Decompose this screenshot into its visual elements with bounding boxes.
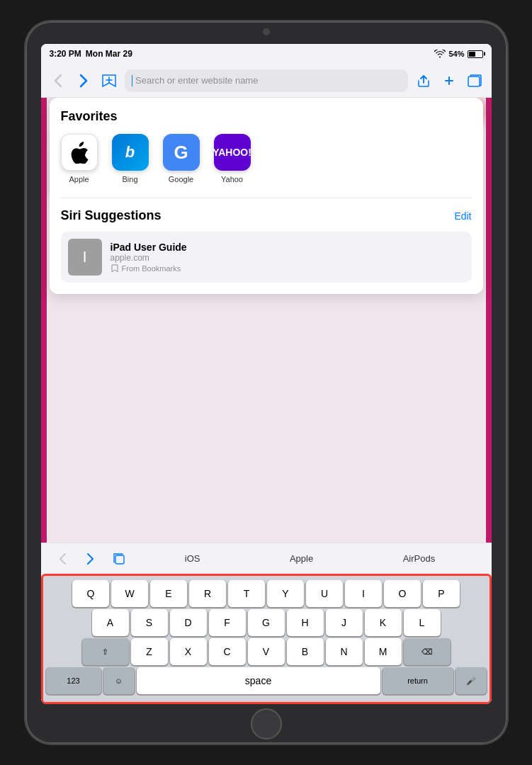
forward-button[interactable] bbox=[74, 71, 94, 91]
keyboard-row-3: ⇧ Z X C V B N M ⌫ bbox=[46, 638, 487, 665]
key-k[interactable]: K bbox=[365, 609, 402, 636]
status-time: 3:20 PM bbox=[50, 49, 81, 59]
cursor bbox=[132, 75, 133, 86]
keyboard: Q W E R T Y U I O P A S D F G H J K bbox=[41, 574, 492, 704]
bing-favicon: b bbox=[112, 134, 149, 171]
svg-rect-0 bbox=[468, 76, 480, 86]
main-content: ☰ iPho… E DAILY TIPS MASTER YOUR… Ad H a… bbox=[41, 98, 492, 543]
yahoo-favicon: YAHOO! bbox=[214, 134, 251, 171]
ipad-device: 3:20 PM Mon Mar 29 54% bbox=[26, 21, 507, 744]
google-label: Google bbox=[169, 175, 193, 183]
key-n[interactable]: N bbox=[326, 638, 363, 665]
toolbar-back-button[interactable] bbox=[52, 549, 72, 569]
favorite-bing[interactable]: b Bing bbox=[112, 134, 149, 183]
battery-percent-label: 54% bbox=[448, 50, 464, 58]
key-a[interactable]: A bbox=[92, 609, 129, 636]
suggestion-airpods[interactable]: AirPods bbox=[403, 553, 436, 564]
keyboard-row-2: A S D F G H J K L bbox=[46, 609, 487, 636]
pink-left-accent bbox=[41, 98, 47, 543]
status-right: 54% bbox=[434, 50, 482, 58]
key-i[interactable]: I bbox=[345, 580, 382, 607]
toolbar-copy-button[interactable] bbox=[109, 549, 129, 569]
siri-suggestions-section: Siri Suggestions Edit I iPad User Guide … bbox=[61, 198, 472, 283]
key-b[interactable]: B bbox=[287, 638, 324, 665]
svg-rect-1 bbox=[115, 555, 124, 564]
key-w[interactable]: W bbox=[111, 580, 148, 607]
key-u[interactable]: U bbox=[306, 580, 343, 607]
edit-button[interactable]: Edit bbox=[454, 210, 471, 222]
address-bar[interactable]: Search or enter website name bbox=[125, 69, 408, 92]
tabs-button[interactable] bbox=[465, 71, 485, 91]
key-p[interactable]: P bbox=[423, 580, 460, 607]
screen: 3:20 PM Mon Mar 29 54% bbox=[41, 44, 492, 704]
shift-key[interactable]: ⇧ bbox=[82, 638, 129, 665]
key-t[interactable]: T bbox=[228, 580, 265, 607]
emoji-key[interactable]: ☺ bbox=[103, 667, 135, 694]
siri-suggestion-item[interactable]: I iPad User Guide apple.com From Bookmar… bbox=[61, 232, 472, 283]
share-button[interactable] bbox=[414, 71, 434, 91]
keyboard-row-1: Q W E R T Y U I O P bbox=[46, 580, 487, 607]
google-letter: G bbox=[174, 142, 188, 164]
key-v[interactable]: V bbox=[248, 638, 285, 665]
key-o[interactable]: O bbox=[384, 580, 421, 607]
keyboard-row-4: 123 ☺ space return 🎤 bbox=[46, 667, 487, 694]
key-f[interactable]: F bbox=[209, 609, 246, 636]
apple-label: Apple bbox=[69, 175, 89, 183]
status-bar: 3:20 PM Mon Mar 29 54% bbox=[41, 44, 492, 64]
key-j[interactable]: J bbox=[326, 609, 363, 636]
bottom-toolbar: iOS Apple AirPods bbox=[41, 543, 492, 574]
battery-tip bbox=[484, 52, 485, 56]
battery-icon bbox=[468, 50, 483, 58]
key-d[interactable]: D bbox=[170, 609, 207, 636]
bookmark-small-icon bbox=[111, 264, 119, 273]
suggestion-ios[interactable]: iOS bbox=[185, 553, 200, 564]
bing-letter: b bbox=[125, 143, 135, 162]
new-tab-button[interactable] bbox=[439, 71, 459, 91]
wifi-icon bbox=[434, 50, 446, 58]
key-r[interactable]: R bbox=[189, 580, 226, 607]
home-button[interactable] bbox=[251, 708, 282, 740]
key-l[interactable]: L bbox=[404, 609, 441, 636]
toolbar-nav bbox=[52, 549, 129, 569]
numbers-key[interactable]: 123 bbox=[46, 667, 101, 694]
siri-title: Siri Suggestions bbox=[61, 208, 162, 223]
suggestion-apple[interactable]: Apple bbox=[290, 553, 313, 564]
battery-fill bbox=[469, 52, 476, 57]
key-c[interactable]: C bbox=[209, 638, 246, 665]
address-placeholder: Search or enter website name bbox=[135, 75, 258, 86]
space-key[interactable]: space bbox=[137, 667, 380, 694]
bookmarks-button[interactable] bbox=[99, 71, 119, 91]
back-button[interactable] bbox=[48, 71, 68, 91]
suggestion-info: iPad User Guide apple.com From Bookmarks bbox=[111, 242, 465, 273]
front-camera bbox=[263, 28, 270, 35]
google-favicon: G bbox=[163, 134, 200, 171]
apple-favicon bbox=[61, 134, 98, 171]
toolbar-forward-button[interactable] bbox=[81, 549, 101, 569]
key-z[interactable]: Z bbox=[131, 638, 168, 665]
key-x[interactable]: X bbox=[170, 638, 207, 665]
yahoo-text: YAHOO! bbox=[213, 147, 251, 158]
favorite-yahoo[interactable]: YAHOO! Yahoo bbox=[214, 134, 251, 183]
suggestion-title: iPad User Guide bbox=[111, 242, 465, 253]
home-area bbox=[251, 704, 282, 744]
favorite-google[interactable]: G Google bbox=[163, 134, 200, 183]
return-key[interactable]: return bbox=[383, 667, 453, 694]
key-s[interactable]: S bbox=[131, 609, 168, 636]
key-e[interactable]: E bbox=[150, 580, 187, 607]
key-h[interactable]: H bbox=[287, 609, 324, 636]
key-g[interactable]: G bbox=[248, 609, 285, 636]
mic-key[interactable]: 🎤 bbox=[455, 667, 487, 694]
favorite-apple[interactable]: Apple bbox=[61, 134, 98, 183]
suggestion-source: From Bookmarks bbox=[111, 264, 465, 273]
key-q[interactable]: Q bbox=[72, 580, 109, 607]
status-date: Mon Mar 29 bbox=[86, 49, 132, 59]
suggestion-url: apple.com bbox=[111, 253, 465, 263]
siri-header: Siri Suggestions Edit bbox=[61, 208, 472, 223]
key-y[interactable]: Y bbox=[267, 580, 304, 607]
backspace-key[interactable]: ⌫ bbox=[404, 638, 451, 665]
key-m[interactable]: M bbox=[365, 638, 402, 665]
favorites-icons: Apple b Bing G Google bbox=[61, 134, 472, 183]
favorites-dropdown: Favorites Apple bbox=[50, 98, 483, 294]
favorites-title: Favorites bbox=[61, 109, 472, 124]
navigation-bar: Search or enter website name bbox=[41, 64, 492, 98]
